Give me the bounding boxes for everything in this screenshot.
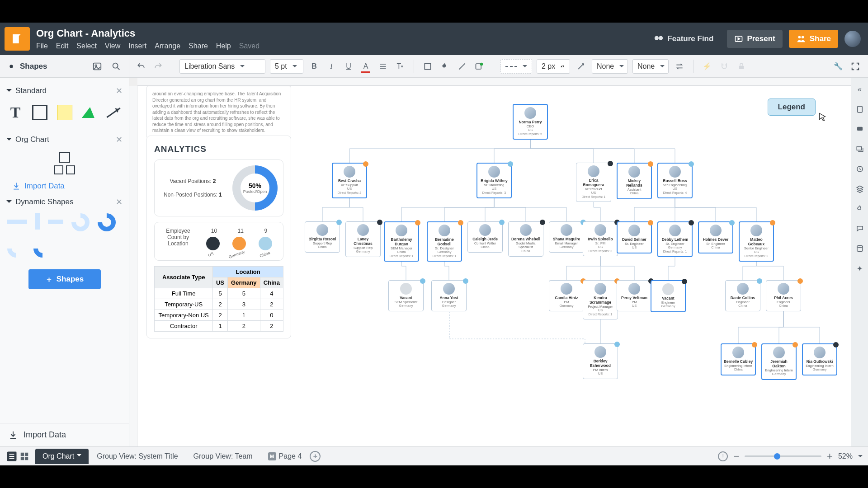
chat-icon[interactable] (854, 223, 865, 234)
org-node[interactable]: Shana MaguireEmail ManagerGermany (549, 221, 584, 253)
org-node[interactable]: VacantEngineerGermany (651, 280, 686, 312)
shapes-panel-toggle[interactable]: Shapes (6, 61, 47, 71)
close-icon[interactable]: ✕ (116, 135, 123, 145)
line-color-icon[interactable] (456, 60, 468, 73)
org-node[interactable]: Jeremiah OaktonEngineering InternGermany (761, 343, 797, 380)
zoom-in-button[interactable]: + (827, 450, 833, 462)
canvas[interactable]: around an ever-changing employee base. T… (129, 78, 851, 446)
org-node[interactable]: David SellnerSr. EngineerUS (617, 221, 652, 253)
org-node[interactable]: Kendra ScrammageProject ManagerUSDirect … (583, 280, 618, 319)
org-node[interactable]: Brigida WitheyVP MarketingUSDirect Repor… (476, 163, 512, 198)
tab-page4[interactable]: MPage 4 (261, 449, 309, 464)
share-button[interactable]: Share (789, 30, 838, 48)
grid-view-icon[interactable] (18, 450, 31, 463)
add-page-button[interactable]: + (310, 451, 321, 462)
document-title[interactable]: Org Chart - Analytics (36, 28, 259, 39)
user-avatar[interactable] (844, 31, 861, 47)
org-node[interactable]: Bernelle CubleyEngineering InternChina (721, 343, 756, 375)
menu-arrange[interactable]: Arrange (155, 42, 180, 50)
page-icon[interactable] (854, 104, 865, 115)
add-shapes-button[interactable]: ＋ Shapes (28, 269, 101, 289)
arrow-end-select[interactable]: None (632, 59, 669, 74)
dyn-arc-quarter[interactable] (4, 236, 29, 262)
search-icon[interactable] (110, 60, 123, 73)
org-node[interactable]: Dorena WhebellSocial Media SpecialistChi… (508, 221, 543, 257)
dyn-bar-v[interactable] (35, 213, 40, 230)
text-size-icon[interactable]: T▾ (394, 60, 406, 73)
smart-icon[interactable] (473, 60, 486, 73)
dyn-arc-quarter-dark[interactable] (30, 236, 56, 262)
lock-icon[interactable] (735, 60, 748, 73)
stroke-width-select[interactable]: 2 px▴▾ (537, 59, 570, 74)
tab-orgchart[interactable]: Org Chart (35, 449, 89, 464)
font-size-select[interactable]: 5 pt (270, 59, 303, 74)
fill-icon[interactable] (439, 60, 451, 73)
dyn-arc-light[interactable] (68, 210, 94, 235)
orgchart-shape[interactable] (54, 152, 75, 174)
org-node[interactable]: Nia GutkowskiEngineering InternGermany (802, 343, 837, 375)
font-select[interactable]: Liberation Sans (179, 59, 265, 74)
zoom-value[interactable]: 52% (838, 452, 853, 460)
line-shape[interactable] (105, 102, 122, 123)
app-logo[interactable] (5, 27, 30, 51)
org-node[interactable]: Caleigh JerdeContent WriterChina (467, 221, 503, 253)
zoom-slider[interactable] (745, 455, 821, 457)
org-node[interactable]: Percy VeltmanPMUS (617, 280, 652, 311)
connector-icon[interactable] (575, 60, 587, 73)
menu-select[interactable]: Select (76, 42, 96, 50)
org-node[interactable]: Russell RossVP EngineeringUSDirect Repor… (657, 163, 693, 198)
rect-shape[interactable] (32, 102, 48, 123)
menu-file[interactable]: File (36, 42, 48, 50)
undo-icon[interactable] (135, 60, 147, 73)
sidebar-import-data[interactable]: Import Data (0, 423, 129, 446)
database-icon[interactable] (854, 243, 865, 254)
org-node[interactable]: Dante CollinsEngineerChina (725, 280, 760, 311)
zoom-out-button[interactable]: − (733, 450, 739, 462)
arrow-start-select[interactable]: None (592, 59, 628, 74)
org-node[interactable]: Camila HintzPMGermany (549, 280, 584, 311)
align-icon[interactable] (377, 60, 389, 73)
import-data-link[interactable]: Import Data (12, 182, 124, 191)
hotspot-shape[interactable] (81, 102, 97, 123)
magic-icon[interactable]: ✦ (854, 263, 865, 274)
tab-group-system[interactable]: Group View: System Title (90, 449, 185, 464)
present-button[interactable]: Present (727, 30, 782, 48)
page[interactable]: around an ever-changing employee base. T… (137, 86, 851, 446)
org-node[interactable]: Anna YostDesignerGermany (431, 280, 467, 311)
org-node[interactable]: Bernadine GodsellSr. DesignerGermanyDire… (427, 221, 462, 262)
org-node[interactable]: Best GrashaVP SupportUSDirect Reports: 2 (332, 163, 367, 198)
image-icon[interactable] (91, 60, 104, 73)
history-icon[interactable] (854, 164, 865, 174)
note-shape[interactable] (56, 102, 72, 123)
wrench-icon[interactable]: 🔧 (832, 60, 844, 73)
themes-icon[interactable] (854, 203, 865, 214)
org-node[interactable]: Norma PerryCEOUSDirect Reports: 5 (513, 104, 548, 140)
org-node[interactable]: VacantSEM SpecialistGermany (388, 280, 424, 311)
org-node[interactable]: Mickey NeilandsAssistantChina (617, 163, 652, 199)
line-style-select[interactable] (500, 59, 532, 74)
list-view-icon[interactable] (5, 450, 18, 463)
dyn-arc-dark[interactable] (94, 210, 120, 235)
menu-insert[interactable]: Insert (128, 42, 146, 50)
action-icon[interactable]: ⚡ (701, 60, 713, 73)
bold-icon[interactable]: B (308, 60, 321, 73)
dyn-bar-s[interactable] (48, 220, 63, 224)
legend-button[interactable]: Legend (768, 99, 816, 116)
tab-group-team[interactable]: Group View: Team (186, 449, 260, 464)
note-card[interactable]: around an ever-changing employee base. T… (146, 86, 291, 139)
dyn-bar-h[interactable] (7, 220, 27, 224)
menu-edit[interactable]: Edit (56, 42, 69, 50)
fullscreen-icon[interactable] (849, 60, 862, 73)
shape-select-icon[interactable] (421, 60, 434, 73)
alert-icon[interactable]: ! (718, 451, 728, 461)
magnet-icon[interactable] (718, 60, 731, 73)
org-node[interactable]: Berkley EsherwoodPM InternUS (583, 343, 618, 379)
org-node[interactable]: Debby LethemSr. EngineerGermanyDirect Re… (657, 221, 693, 257)
analytics-panel[interactable]: ANALYTICS Vacant Positions: 2 Non-Posted… (146, 136, 291, 338)
close-icon[interactable]: ✕ (116, 197, 123, 207)
underline-icon[interactable]: U (342, 60, 355, 73)
org-node[interactable]: Erica RomagueraVP ProductUSDirect Report… (576, 163, 611, 202)
text-color-icon[interactable]: A (359, 60, 372, 73)
menu-view[interactable]: View (105, 42, 120, 50)
menu-share[interactable]: Share (189, 42, 208, 50)
